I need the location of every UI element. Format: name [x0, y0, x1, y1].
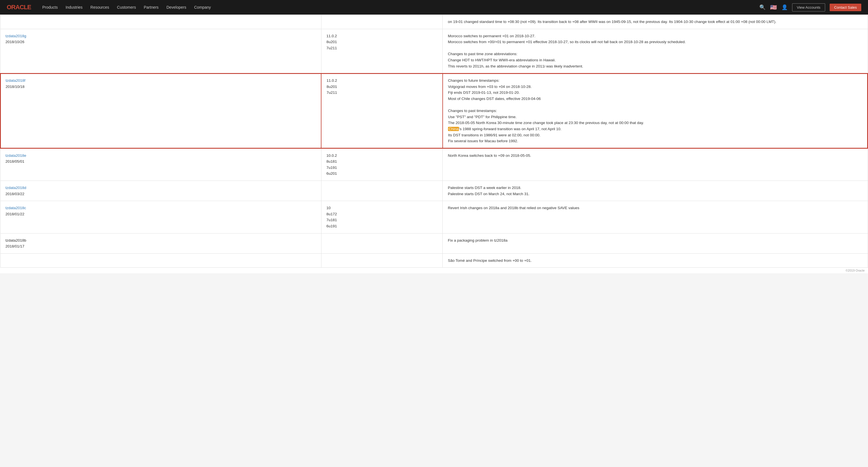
view-accounts-button[interactable]: View Accounts [792, 3, 825, 11]
table-row: tzdata2018e 2018/05/01 10.0.28u1817u1916… [0, 148, 868, 181]
versions-cell [321, 253, 443, 268]
date-label: 2018/10/18 [6, 85, 25, 89]
versions-cell: 10.0.28u1817u1916u201 [321, 148, 443, 181]
versions-cell: 108u1727u1816u191 [321, 201, 443, 233]
tzdata2018f-link[interactable]: tzdata2018f [6, 79, 26, 83]
contact-sales-button[interactable]: Contact Sales [830, 4, 861, 11]
name-cell: tzdata2018g 2018/10/26 [0, 29, 321, 73]
table-row: tzdata2018b 2018/01/17 Fix a packaging p… [0, 233, 868, 253]
china-highlight: China [448, 127, 459, 131]
name-cell: tzdata2018e 2018/05/01 [0, 148, 321, 181]
table-row: tzdata2018d 2018/03/22 Palestine starts … [0, 181, 868, 201]
changes-cell: Fix a packaging problem in tz2018a [443, 233, 868, 253]
search-icon[interactable]: 🔍 [760, 4, 766, 10]
table-row-highlighted: tzdata2018f 2018/10/18 11.0.28u2017u211 … [0, 73, 868, 148]
nav-item-developers[interactable]: Developers [166, 5, 186, 9]
navbar: ORACLE Products Industries Resources Cus… [0, 0, 868, 14]
date-label: 2018/03/22 [6, 192, 25, 196]
name-cell: tzdata2018d 2018/03/22 [0, 181, 321, 201]
flag-icon[interactable]: 🇺🇸 [770, 4, 777, 11]
nav-links: Products Industries Resources Customers … [42, 5, 760, 9]
versions-cell [321, 15, 443, 29]
versions-cell [321, 233, 443, 253]
changes-cell: Morocco switches to permanent +01 on 201… [443, 29, 868, 73]
name-cell: tzdata2018c 2018/01/22 [0, 201, 321, 233]
copyright: ©2019 Oracle [0, 268, 868, 273]
date-label: 2018/01/17 [6, 244, 25, 248]
name-cell: tzdata2018b 2018/01/17 [0, 233, 321, 253]
nav-item-resources[interactable]: Resources [90, 5, 109, 9]
account-icon[interactable]: 👤 [781, 4, 788, 10]
changes-cell: North Korea switches back to +09 on 2018… [443, 148, 868, 181]
nav-item-customers[interactable]: Customers [117, 5, 136, 9]
nav-item-industries[interactable]: Industries [65, 5, 83, 9]
changes-cell: Palestine starts DST a week earlier in 2… [443, 181, 868, 201]
date-label: 2018/01/22 [6, 212, 25, 216]
table-row: São Tomé and Príncipe switched from +00 … [0, 253, 868, 268]
tzdata2018g-link[interactable]: tzdata2018g [6, 34, 26, 38]
versions-cell: 11.0.28u2017u211 [321, 73, 443, 148]
nav-item-products[interactable]: Products [42, 5, 58, 9]
changes-cell: Revert Irish changes on 2018a and 2018b … [443, 201, 868, 233]
versions-cell [321, 181, 443, 201]
changes-cell: on 19-01 changed standard time to +08:30… [443, 15, 868, 29]
changes-cell: São Tomé and Príncipe switched from +00 … [443, 253, 868, 268]
versions-cell: 11.0.28u2017u211 [321, 29, 443, 73]
nav-actions: 🔍 🇺🇸 👤 View Accounts Contact Sales [760, 3, 861, 11]
date-label: 2018/10/26 [6, 40, 25, 44]
view-accounts-label: View Accounts [797, 5, 820, 9]
tzdata-table: on 19-01 changed standard time to +08:30… [0, 14, 868, 268]
tzdata2018c-link[interactable]: tzdata2018c [6, 206, 26, 210]
nav-item-partners[interactable]: Partners [144, 5, 158, 9]
version-name: tzdata2018b [6, 238, 26, 243]
changes-cell: Changes to future timestamps: Volgograd … [443, 73, 868, 148]
name-cell: tzdata2018f 2018/10/18 [0, 73, 321, 148]
contact-sales-label: Contact Sales [834, 5, 857, 9]
name-cell [0, 253, 321, 268]
name-cell [0, 15, 321, 29]
tzdata2018d-link[interactable]: tzdata2018d [6, 186, 26, 190]
date-label: 2018/05/01 [6, 159, 25, 163]
table-row: tzdata2018g 2018/10/26 11.0.28u2017u211 … [0, 29, 868, 73]
page-content: on 19-01 changed standard time to +08:30… [0, 14, 868, 273]
tzdata2018e-link[interactable]: tzdata2018e [6, 153, 26, 158]
table-row: on 19-01 changed standard time to +08:30… [0, 15, 868, 29]
nav-item-company[interactable]: Company [194, 5, 211, 9]
oracle-logo: ORACLE [7, 4, 31, 11]
table-row: tzdata2018c 2018/01/22 108u1727u1816u191… [0, 201, 868, 233]
